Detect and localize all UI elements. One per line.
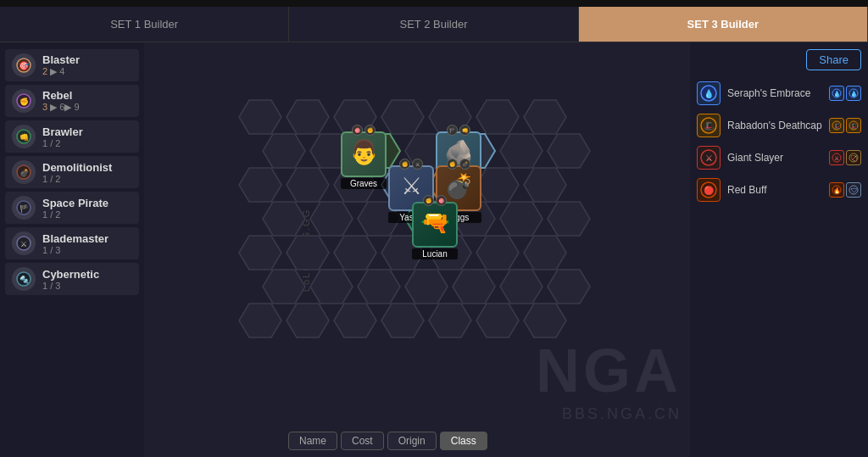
svg-marker-62 — [524, 304, 566, 337]
trait-brawler[interactable]: 👊 Brawler 1 / 2 — [5, 120, 139, 153]
brawler-info: Brawler 1 / 2 — [42, 125, 132, 148]
svg-text:🎩: 🎩 — [850, 122, 858, 130]
rebel-icon: ✊ — [12, 89, 36, 113]
red-buff-components: 🔥 🛡 — [829, 182, 861, 198]
svg-marker-34 — [524, 168, 566, 202]
svg-marker-36 — [310, 202, 353, 236]
svg-marker-57 — [287, 304, 329, 337]
seraphs-components: 💧 💧 — [829, 86, 861, 101]
share-button[interactable]: Share — [806, 49, 861, 70]
svg-text:👊: 👊 — [19, 132, 30, 142]
svg-marker-51 — [358, 270, 400, 304]
svg-marker-48 — [524, 236, 566, 270]
svg-text:🛡: 🛡 — [851, 187, 857, 193]
svg-marker-17 — [381, 100, 424, 134]
svg-marker-59 — [381, 304, 424, 337]
item-rabadons[interactable]: 🎩 Rabadon's Deathcap 🎩 🎩 — [697, 111, 861, 140]
svg-text:🔴: 🔴 — [704, 185, 715, 196]
champion-graves[interactable]: 👨 🎯 ✊ Graves — [341, 131, 387, 190]
filter-class[interactable]: Class — [440, 432, 487, 450]
svg-marker-28 — [239, 168, 281, 202]
svg-text:💧: 💧 — [833, 90, 841, 98]
svg-marker-61 — [476, 304, 519, 337]
filter-name[interactable]: Name — [288, 432, 337, 450]
rabadons-icon: 🎩 — [697, 114, 721, 137]
top-bar — [0, 0, 868, 7]
svg-marker-42 — [239, 236, 281, 270]
trait-space-pirate[interactable]: 🏴 Space Pirate 1 / 2 — [5, 192, 139, 224]
svg-text:🎯: 🎯 — [19, 60, 30, 71]
champion-lucian[interactable]: 🔫 ✊ 🎯 Lucian — [412, 202, 458, 260]
blaster-info: Blaster 2 ▶ 4 — [42, 53, 132, 77]
svg-text:🎩: 🎩 — [833, 122, 841, 130]
space-pirate-icon: 🏴 — [12, 196, 36, 220]
svg-marker-15 — [287, 100, 329, 134]
svg-marker-20 — [524, 100, 566, 134]
svg-marker-33 — [476, 168, 519, 202]
svg-text:⚔: ⚔ — [834, 155, 839, 161]
hex-board: 👨 🎯 ✊ Graves 🪨 🏴 👊 — [222, 93, 629, 407]
svg-text:✊: ✊ — [19, 97, 30, 107]
tab-set2[interactable]: SET 2 Builder — [289, 7, 578, 42]
svg-marker-60 — [429, 304, 471, 337]
svg-marker-21 — [263, 134, 305, 168]
svg-marker-43 — [287, 236, 329, 270]
rabadons-components: 🎩 🎩 — [829, 118, 861, 133]
board-area: LoLCHESS.GG — [144, 42, 690, 457]
tab-set3[interactable]: SET 3 Builder — [579, 7, 868, 42]
space-pirate-info: Space Pirate 1 / 2 — [42, 197, 132, 220]
giant-slayer-icon: ⚔ — [697, 146, 721, 170]
svg-marker-14 — [239, 100, 281, 134]
main-content: 🎯 Blaster 2 ▶ 4 ✊ Rebel 3 ▶ 6▶ — [0, 42, 868, 457]
demolitionist-info: Demolitionist 1 / 2 — [42, 161, 132, 184]
svg-marker-19 — [476, 100, 519, 134]
builder-tabs: SET 1 Builder SET 2 Builder SET 3 Builde… — [0, 7, 868, 42]
svg-text:⚔: ⚔ — [20, 240, 27, 248]
cybernetic-info: Cybernetic 1 / 3 — [42, 268, 132, 291]
blademaster-icon: ⚔ — [12, 231, 36, 255]
svg-marker-58 — [334, 304, 376, 337]
svg-marker-27 — [548, 134, 590, 168]
svg-marker-56 — [239, 304, 281, 337]
item-seraphs-embrace[interactable]: 💧 Seraph's Embrace 💧 💧 — [697, 79, 861, 108]
svg-marker-55 — [548, 270, 590, 304]
tab-set1[interactable]: SET 1 Builder — [0, 7, 289, 42]
filter-origin[interactable]: Origin — [387, 432, 437, 450]
brawler-icon: 👊 — [12, 125, 36, 148]
svg-text:🔩: 🔩 — [19, 275, 30, 285]
filter-cost[interactable]: Cost — [341, 432, 384, 450]
svg-text:🎩: 🎩 — [704, 120, 715, 131]
trait-demolitionist[interactable]: 💣 Demolitionist 1 / 2 — [5, 156, 139, 188]
blaster-icon: 🎯 — [12, 53, 36, 77]
traits-panel: 🎯 Blaster 2 ▶ 4 ✊ Rebel 3 ▶ 6▶ — [0, 42, 144, 457]
svg-text:🔥: 🔥 — [833, 187, 841, 194]
blademaster-info: Blademaster 1 / 3 — [42, 232, 132, 255]
svg-marker-47 — [476, 236, 519, 270]
seraphs-embrace-icon: 💧 — [697, 81, 721, 105]
cybernetic-icon: 🔩 — [12, 267, 36, 291]
svg-text:💧: 💧 — [850, 90, 858, 98]
svg-marker-53 — [453, 270, 495, 304]
items-panel: Share 💧 Seraph's Embrace 💧 — [690, 42, 868, 457]
svg-marker-52 — [405, 270, 448, 304]
svg-marker-29 — [287, 168, 329, 202]
svg-marker-50 — [310, 270, 353, 304]
svg-text:🏹: 🏹 — [850, 154, 858, 162]
svg-text:🏴: 🏴 — [19, 203, 30, 214]
trait-blademaster[interactable]: ⚔ Blademaster 1 / 3 — [5, 227, 139, 259]
red-buff-icon: 🔴 — [697, 178, 721, 202]
item-giant-slayer[interactable]: ⚔ Giant Slayer ⚔ 🏹 — [697, 143, 861, 172]
svg-text:💧: 💧 — [704, 88, 715, 99]
svg-marker-49 — [263, 270, 305, 304]
svg-text:💣: 💣 — [19, 168, 30, 178]
item-red-buff[interactable]: 🔴 Red Buff 🔥 🛡 — [697, 176, 861, 204]
svg-marker-26 — [500, 134, 542, 168]
svg-marker-35 — [263, 202, 305, 236]
svg-marker-40 — [500, 202, 542, 236]
trait-blaster[interactable]: 🎯 Blaster 2 ▶ 4 — [5, 49, 139, 81]
trait-cybernetic[interactable]: 🔩 Cybernetic 1 / 3 — [5, 263, 139, 295]
filter-tabs: Name Cost Origin Class — [288, 432, 487, 450]
trait-rebel[interactable]: ✊ Rebel 3 ▶ 6▶ 9 — [5, 85, 139, 117]
svg-text:⚔: ⚔ — [705, 153, 713, 163]
rebel-info: Rebel 3 ▶ 6▶ 9 — [42, 89, 132, 113]
